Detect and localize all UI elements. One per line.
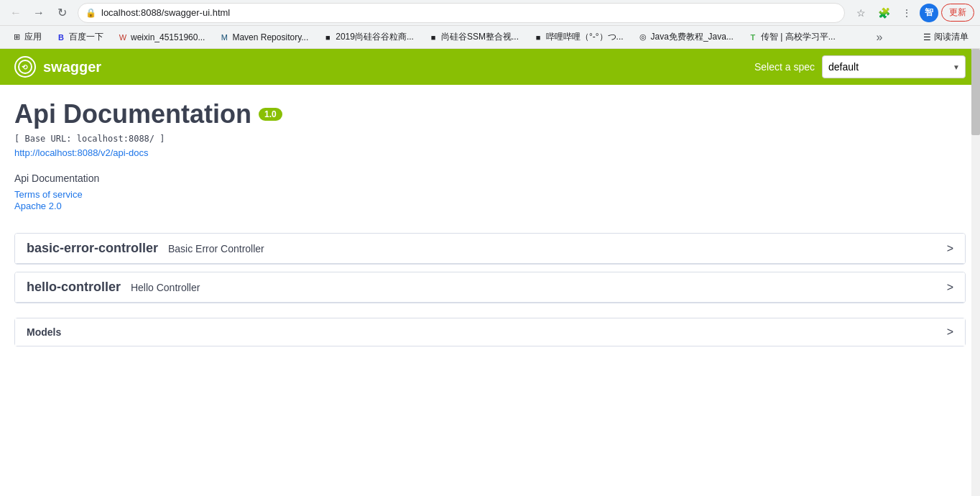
swagger-logo-text: swagger	[43, 59, 101, 75]
spec-select[interactable]: default	[822, 55, 966, 78]
svg-text:⟲: ⟲	[22, 63, 28, 71]
api-links: Terms of service Apache 2.0	[14, 188, 966, 211]
extension-button[interactable]: 🧩	[874, 3, 894, 23]
controller-name-basic-error: basic-error-controller	[27, 241, 158, 255]
swagger-page: ⟲ swagger Select a spec default Api Docu…	[0, 49, 980, 496]
spec-select-wrapper: default	[822, 55, 966, 78]
spec-selector-label: Select a spec	[754, 61, 815, 73]
scrollbar-track	[971, 49, 980, 496]
address-bar[interactable]: 🔒 localhost:8088/swagger-ui.html	[78, 3, 845, 23]
controller-desc-hello: Hello Controller	[131, 282, 200, 293]
bookmark-gulishop-label: 2019尚硅谷谷粒商...	[336, 31, 414, 43]
swagger-circle-icon: ⟲	[18, 60, 32, 74]
bookmark-apps-label: 应用	[24, 31, 42, 43]
bookmark-ssm-label: 尚硅谷SSM整合视...	[441, 31, 519, 43]
bookmark-chuanzhi-label: 传智 | 高校学习平...	[761, 31, 836, 43]
base-url: [ Base URL: localhost:8088/ ]	[14, 134, 966, 144]
bookmark-weixin[interactable]: W weixin_45151960...	[112, 30, 211, 45]
scrollbar-thumb[interactable]	[971, 49, 980, 135]
bookmarks-overflow-button[interactable]: »	[872, 29, 887, 46]
controller-item-hello: hello-controller Hello Controller >	[14, 272, 966, 303]
version-badge: 1.0	[259, 108, 282, 121]
models-header[interactable]: Models >	[15, 318, 965, 346]
reload-button[interactable]: ↻	[52, 3, 72, 23]
address-text: localhost:8088/swagger-ui.html	[101, 7, 230, 18]
controller-desc-basic-error: Basic Error Controller	[168, 243, 264, 254]
api-description: Api Documentation	[14, 173, 966, 184]
chuanzhi-icon: T	[748, 32, 758, 42]
license-link[interactable]: Apache 2.0	[14, 201, 62, 211]
bookmark-baidu-label: 百度一下	[69, 31, 103, 43]
ssm-icon: ■	[428, 32, 438, 42]
back-button[interactable]: ←	[6, 3, 26, 23]
controller-chevron-basic-error: >	[947, 242, 953, 255]
forward-button[interactable]: →	[29, 3, 49, 23]
bookmark-maven-label: Maven Repository...	[232, 32, 308, 42]
main-content: Api Documentation 1.0 [ Base URL: localh…	[0, 85, 980, 361]
api-title-row: Api Documentation 1.0	[14, 99, 966, 129]
bookmark-maven[interactable]: M Maven Repository...	[213, 30, 314, 45]
models-section: Models >	[14, 318, 966, 346]
read-list-icon: ☰	[923, 32, 931, 42]
java-icon: ◎	[638, 32, 648, 42]
terms-of-service-link[interactable]: Terms of service	[14, 189, 83, 200]
toolbar-actions: ☆ 🧩 ⋮ 智 更新	[851, 3, 974, 23]
swagger-logo-icon: ⟲	[14, 56, 36, 78]
maven-icon: M	[219, 32, 229, 42]
controllers-section: basic-error-controller Basic Error Contr…	[14, 233, 966, 303]
nav-buttons: ← → ↻	[6, 3, 72, 23]
lock-icon: 🔒	[85, 8, 96, 18]
controller-item-basic-error: basic-error-controller Basic Error Contr…	[14, 233, 966, 265]
controller-name-hello: hello-controller	[27, 280, 121, 294]
controller-name-group: basic-error-controller Basic Error Contr…	[27, 241, 264, 256]
weixin-icon: W	[118, 32, 128, 42]
bookmark-weixin-label: weixin_45151960...	[131, 32, 205, 42]
bookmark-java[interactable]: ◎ Java免费教程_Java...	[632, 29, 739, 45]
bookmark-baidu[interactable]: B 百度一下	[50, 29, 109, 45]
api-title-section: Api Documentation 1.0 [ Base URL: localh…	[14, 99, 966, 158]
models-title: Models	[27, 326, 61, 338]
bookmark-star-button[interactable]: ☆	[851, 3, 871, 23]
browser-chrome: ← → ↻ 🔒 localhost:8088/swagger-ui.html ☆…	[0, 0, 980, 49]
bookmark-ssm[interactable]: ■ 尚硅谷SSM整合视...	[422, 29, 524, 45]
swagger-logo: ⟲ swagger	[14, 56, 101, 78]
update-button[interactable]: 更新	[941, 4, 974, 22]
api-docs-link[interactable]: http://localhost:8088/v2/api-docs	[14, 147, 148, 158]
read-list-button[interactable]: ☰ 阅读清单	[917, 29, 974, 45]
read-list-label: 阅读清单	[934, 31, 969, 43]
bilibili-icon: ■	[533, 32, 543, 42]
bookmark-bilibili-label: 哔哩哔哩（°-°）つ...	[546, 31, 624, 43]
gulishop-icon: ■	[323, 32, 333, 42]
bookmark-gulishop[interactable]: ■ 2019尚硅谷谷粒商...	[317, 29, 420, 45]
menu-button[interactable]: ⋮	[897, 3, 917, 23]
controller-chevron-hello: >	[947, 281, 953, 294]
bookmark-java-label: Java免费教程_Java...	[651, 31, 734, 43]
bookmark-apps[interactable]: ⊞ 应用	[6, 29, 47, 45]
api-title: Api Documentation	[14, 99, 251, 129]
apps-icon: ⊞	[11, 32, 22, 42]
spec-selector: Select a spec default	[754, 55, 966, 78]
swagger-header: ⟲ swagger Select a spec default	[0, 49, 980, 85]
controller-name-group-hello: hello-controller Hello Controller	[27, 280, 200, 295]
bookmark-bilibili[interactable]: ■ 哔哩哔哩（°-°）つ...	[527, 29, 629, 45]
user-avatar[interactable]: 智	[920, 4, 938, 22]
browser-toolbar: ← → ↻ 🔒 localhost:8088/swagger-ui.html ☆…	[0, 0, 980, 26]
bookmark-chuanzhi[interactable]: T 传智 | 高校学习平...	[742, 29, 841, 45]
models-chevron: >	[947, 326, 953, 339]
controller-header-hello[interactable]: hello-controller Hello Controller >	[15, 272, 965, 303]
baidu-icon: B	[56, 32, 66, 42]
controller-header-basic-error[interactable]: basic-error-controller Basic Error Contr…	[15, 234, 965, 264]
bookmarks-bar: ⊞ 应用 B 百度一下 W weixin_45151960... M Maven…	[0, 26, 980, 49]
